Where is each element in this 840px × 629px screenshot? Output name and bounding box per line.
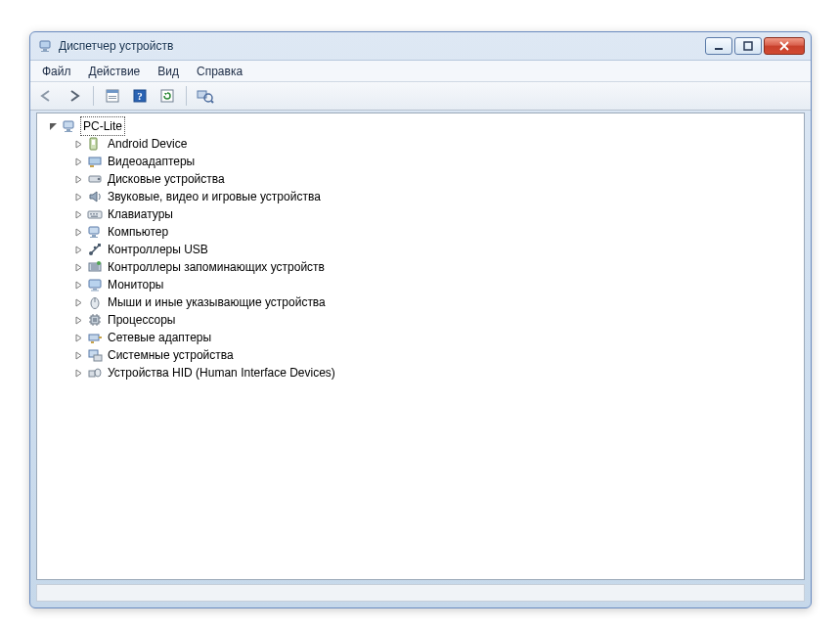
display-adapter-icon — [87, 154, 103, 169]
svg-rect-6 — [107, 90, 118, 93]
expander-closed-icon[interactable] — [72, 226, 84, 238]
expander-closed-icon[interactable] — [72, 296, 84, 308]
toolbar-scan-button[interactable] — [195, 85, 216, 107]
storage-controller-icon — [87, 259, 103, 275]
tree-item[interactable]: Контроллеры запоминающих устройств — [43, 258, 798, 276]
svg-rect-4 — [744, 42, 752, 50]
close-button[interactable] — [764, 37, 805, 55]
expander-closed-icon[interactable] — [72, 173, 84, 185]
tree-item[interactable]: Процессоры — [43, 311, 798, 329]
tree-item[interactable]: Видеоадаптеры — [43, 153, 798, 170]
expander-closed-icon[interactable] — [72, 279, 84, 291]
expander-closed-icon[interactable] — [72, 332, 84, 343]
svg-point-34 — [94, 247, 97, 249]
tree-item-label: Android Device — [106, 135, 189, 153]
svg-rect-39 — [91, 291, 99, 292]
expander-closed-icon[interactable] — [72, 367, 84, 379]
svg-rect-44 — [89, 335, 99, 340]
network-adapter-icon — [87, 330, 103, 345]
toolbar-properties-button[interactable] — [102, 85, 123, 107]
tree-item[interactable]: Клавиатуры — [43, 205, 798, 223]
svg-rect-26 — [93, 213, 95, 215]
svg-text:?: ? — [137, 90, 143, 102]
app-icon — [38, 38, 54, 54]
tree-item[interactable]: Устройства HID (Human Interface Devices) — [43, 364, 798, 382]
statusbar — [36, 584, 805, 602]
tree-item[interactable]: Мониторы — [43, 276, 798, 293]
expander-closed-icon[interactable] — [72, 156, 84, 167]
tree-item-label: Системные устройства — [106, 346, 236, 364]
content-area: PC-LiteAndroid DeviceВидеоадаптерыДисков… — [36, 112, 805, 580]
maximize-button[interactable] — [734, 37, 762, 55]
tree-item-label: Контроллеры запоминающих устройств — [106, 258, 327, 276]
tree-root[interactable]: PC-Lite — [43, 117, 798, 135]
toolbar-back-button[interactable] — [36, 85, 58, 107]
computer-icon — [62, 118, 77, 134]
tree-item-label: Клавиатуры — [106, 205, 175, 223]
expander-open-icon[interactable] — [47, 120, 59, 132]
svg-rect-7 — [109, 96, 116, 97]
scan-hardware-icon — [197, 88, 214, 104]
expander-closed-icon[interactable] — [72, 314, 84, 326]
device-icon — [87, 136, 103, 152]
toolbar-separator — [93, 86, 94, 106]
svg-rect-16 — [66, 129, 70, 131]
svg-point-23 — [98, 178, 101, 181]
svg-rect-30 — [92, 235, 96, 237]
tree-item[interactable]: Звуковые, видео и игровые устройства — [43, 188, 798, 205]
expander-closed-icon[interactable] — [72, 138, 84, 150]
tree-item[interactable]: Компьютер — [43, 223, 798, 241]
svg-rect-33 — [98, 244, 101, 247]
arrow-right-icon — [66, 89, 82, 103]
tree-item[interactable]: Android Device — [43, 135, 798, 153]
svg-rect-49 — [89, 371, 95, 377]
svg-rect-19 — [92, 140, 95, 145]
expander-closed-icon[interactable] — [72, 349, 84, 361]
titlebar[interactable]: Диспетчер устройств — [30, 32, 811, 60]
tree-item-label: Контроллеры USB — [106, 241, 210, 258]
window-title: Диспетчер устройств — [59, 39, 705, 53]
toolbar-help-button[interactable]: ? — [129, 85, 151, 107]
svg-rect-45 — [99, 337, 102, 338]
svg-rect-11 — [161, 90, 173, 102]
svg-rect-20 — [89, 157, 101, 164]
tree-root-label: PC-Lite — [80, 116, 125, 136]
svg-rect-21 — [90, 165, 94, 167]
tree-item[interactable]: Контроллеры USB — [43, 241, 798, 258]
svg-rect-17 — [65, 131, 72, 132]
svg-rect-31 — [90, 237, 98, 238]
tree-item[interactable]: Системные устройства — [43, 346, 798, 364]
expander-closed-icon[interactable] — [72, 208, 84, 220]
svg-point-36 — [97, 261, 101, 265]
help-icon: ? — [132, 88, 148, 104]
svg-rect-25 — [90, 213, 92, 215]
expander-closed-icon[interactable] — [72, 191, 84, 202]
tree-item-label: Мониторы — [106, 276, 165, 293]
device-tree[interactable]: PC-LiteAndroid DeviceВидеоадаптерыДисков… — [37, 113, 804, 579]
toolbar-forward-button[interactable] — [64, 85, 85, 107]
svg-rect-46 — [91, 341, 94, 343]
tree-item[interactable]: Сетевые адаптеры — [43, 329, 798, 346]
monitor-icon — [87, 277, 103, 292]
tree-item[interactable]: Дисковые устройства — [43, 170, 798, 188]
expander-closed-icon[interactable] — [72, 261, 84, 273]
menu-action[interactable]: Действие — [81, 63, 149, 80]
tree-item-label: Процессоры — [106, 311, 178, 329]
menu-view[interactable]: Вид — [150, 63, 187, 80]
svg-rect-38 — [93, 289, 97, 291]
menu-help[interactable]: Справка — [189, 63, 250, 80]
tree-item-label: Мыши и иные указывающие устройства — [106, 293, 328, 311]
svg-rect-48 — [94, 355, 102, 361]
window-frame: Диспетчер устройств Файл Действие Вид Сп… — [29, 31, 812, 608]
minimize-button[interactable] — [705, 37, 732, 55]
expander-closed-icon[interactable] — [72, 244, 84, 255]
svg-rect-43 — [93, 318, 97, 322]
menu-file[interactable]: Файл — [34, 63, 79, 80]
tree-item-label: Звуковые, видео и игровые устройства — [106, 188, 323, 205]
tree-item-label: Сетевые адаптеры — [106, 329, 213, 346]
svg-rect-8 — [109, 98, 116, 99]
svg-rect-27 — [96, 213, 98, 215]
toolbar-update-button[interactable] — [156, 85, 178, 107]
tree-item[interactable]: Мыши и иные указывающие устройства — [43, 293, 798, 311]
menubar: Файл Действие Вид Справка — [30, 60, 811, 81]
